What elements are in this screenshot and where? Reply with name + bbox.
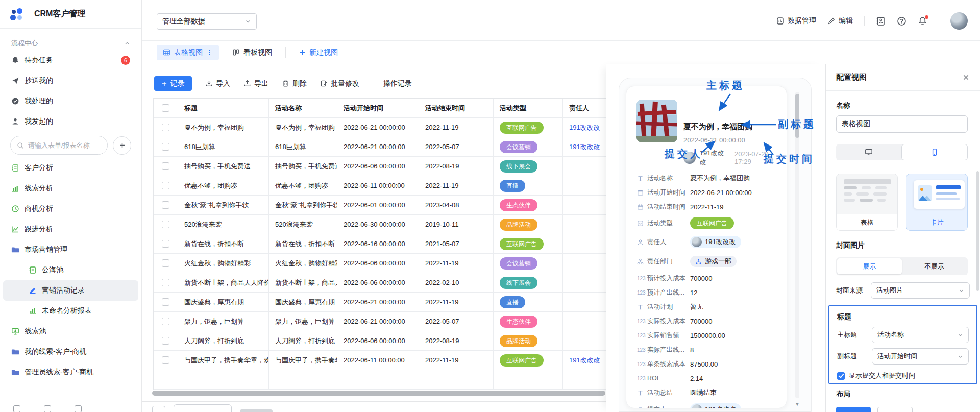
show-submitter-checkbox[interactable] (837, 372, 845, 380)
tab-kanban-view[interactable]: 看板视图 (226, 45, 278, 60)
sidebar-item-admin-leads[interactable]: 管理员线索-客户-商机 (0, 362, 141, 382)
operation-log-button[interactable]: 操作记录 (373, 79, 412, 88)
row-checkbox[interactable] (162, 259, 169, 267)
col-header-end[interactable]: 活动结束时间 (419, 99, 494, 118)
tab-table-view[interactable]: 表格视图 (157, 45, 219, 60)
row-checkbox[interactable] (162, 162, 169, 170)
horizontal-scrollbar[interactable] (152, 391, 605, 396)
table-row[interactable]: 新货不断上架，商品天天降价 新货不断上架，商品天天降价 2022-06-06 0… (154, 273, 606, 293)
send-icon (11, 77, 19, 85)
main-title-select[interactable]: 活动名称 (872, 327, 969, 343)
row-checkbox[interactable] (162, 318, 169, 325)
user-avatar[interactable] (950, 12, 968, 30)
preview-scrollbar-thumb[interactable] (795, 94, 799, 138)
sidebar-item-marketing-folder[interactable]: 市场营销管理 (0, 239, 141, 260)
mobile-toggle[interactable] (901, 144, 968, 160)
owner-link[interactable]: 191改改改 (569, 142, 600, 152)
import-button[interactable]: 导入 (205, 79, 230, 88)
config-scrollbar-thumb[interactable] (976, 171, 979, 291)
image-icon (918, 185, 932, 201)
sidebar-item-lead-analysis[interactable]: 线索分析 (0, 178, 141, 199)
col-header-owner[interactable]: 责任人 (563, 99, 606, 118)
add-form-button[interactable] (113, 136, 131, 155)
footer-icon[interactable] (13, 405, 20, 412)
row-checkbox[interactable] (162, 279, 169, 286)
data-scope-select[interactable]: 管理全部数据 (157, 13, 257, 30)
close-button[interactable] (962, 74, 970, 81)
col-header-start[interactable]: 活动开始时间 (337, 99, 419, 118)
footer-icon[interactable] (44, 405, 51, 412)
display-mode-card[interactable]: 卡片 (906, 174, 968, 231)
config-view-panel: 配置视图 名称 (825, 64, 980, 412)
display-mode-table[interactable]: 表格 (836, 174, 898, 231)
row-checkbox[interactable] (162, 201, 169, 209)
row-checkbox[interactable] (162, 124, 169, 131)
add-record-button[interactable]: 记录 (154, 76, 192, 91)
sidebar-item-initiated[interactable]: 我发起的 (0, 111, 141, 132)
col-header-name[interactable]: 活动名称 (269, 99, 337, 118)
sidebar-item-followup-analysis[interactable]: 跟进分析 (0, 219, 141, 239)
table-row[interactable]: 夏不为例，幸福团购 夏不为例，幸福团购 2022-06-21 00:00:00 … (154, 118, 606, 137)
table-row[interactable]: 国庆盛典，厚惠有期 国庆盛典，厚惠有期 2022-06-21 00:00:00 … (154, 293, 606, 312)
row-checkbox[interactable] (162, 337, 169, 345)
cover-source-select[interactable]: 活动图片 (871, 282, 970, 299)
row-checkbox[interactable] (162, 143, 169, 151)
row-checkbox[interactable] (162, 221, 169, 228)
more-dots-icon[interactable] (206, 49, 213, 56)
footer-icon[interactable] (75, 405, 82, 412)
sidebar-item-customer-analysis[interactable]: 客户分析 (0, 158, 141, 178)
table-row[interactable]: 520浪漫来袭 520浪漫来袭 2022-06-30 00:00:00 2019… (154, 215, 606, 234)
row-checkbox[interactable] (162, 240, 169, 248)
preview-card[interactable]: 夏不为例，幸福团购 2022-06-21 00:00:00 191改改改 202… (626, 86, 787, 408)
col-header-type[interactable]: 活动类型 (494, 99, 563, 118)
page-size-select[interactable] (174, 404, 232, 412)
preview-scrollbar[interactable] (795, 92, 799, 398)
table-row[interactable]: 大刀阔斧，打折到底 大刀阔斧，打折到底 2022-06-06 00:00:00 … (154, 331, 606, 351)
new-view-button[interactable]: 新建视图 (293, 45, 344, 60)
sidebar-search[interactable] (10, 136, 108, 155)
table-row[interactable]: 优惠不够，团购凑 优惠不够，团购凑 2022-06-11 00:00:00 20… (154, 176, 606, 196)
table-row[interactable]: 618巨划算 618巨划算 2022-06-21 00:00:00 2022-0… (154, 137, 606, 157)
row-checkbox[interactable] (162, 298, 169, 306)
sidebar-section-process[interactable]: 流程中心 (0, 37, 141, 50)
contacts-button[interactable] (876, 16, 886, 26)
sub-title-select[interactable]: 活动开始时间 (872, 348, 969, 365)
sidebar-item-my-leads[interactable]: 我的线索-客户-商机 (0, 342, 141, 362)
delete-button[interactable]: 删除 (282, 79, 307, 88)
table-row[interactable]: 聚力，钜惠，巨划算 聚力，钜惠，巨划算 2022-06-21 00:00:00 … (154, 312, 606, 331)
sidebar-item-opportunity-analysis[interactable]: 商机分析 (0, 199, 141, 219)
data-manage-button[interactable]: 数据管理 (776, 16, 816, 26)
layout-option-button[interactable] (877, 407, 913, 412)
table-row[interactable]: 抽号购买，手机免费送 抽号购买，手机免费送 2022-06-06 00:00:0… (154, 157, 606, 176)
sidebar-item-unnamed-report[interactable]: 未命名分析报表 (0, 301, 141, 321)
owner-link[interactable]: 191改改改 (569, 356, 600, 365)
layout-option-button[interactable] (836, 407, 871, 412)
select-all-checkbox[interactable] (162, 104, 169, 112)
sidebar-item-todo[interactable]: 待办任务 6 (0, 50, 141, 70)
desktop-toggle[interactable] (836, 144, 901, 160)
owner-link[interactable]: 191改改改 (569, 123, 600, 132)
show-option[interactable]: 展示 (837, 258, 902, 274)
notifications-button[interactable] (918, 16, 927, 26)
table-row[interactable]: 新货在线，折扣不断 新货在线，折扣不断 2022-06-16 00:00:00 … (154, 234, 606, 254)
scroll-down-icon[interactable]: ▼ (795, 401, 800, 407)
sidebar-item-public-pool[interactable]: 公海池 (0, 260, 141, 280)
table-row[interactable]: 金秋"豪"礼拿到你手软 金秋"豪"礼拿到你手软 2022-06-01 00:00… (154, 196, 606, 215)
export-button[interactable]: 导出 (243, 79, 268, 88)
col-header-title[interactable]: 标题 (178, 99, 269, 118)
table-row[interactable]: 与国庆甲子，携手奏华章，欢 与国庆甲子，携手奏华 2022-06-11 00:0… (154, 351, 606, 370)
pagination-control[interactable] (152, 406, 165, 412)
row-checkbox[interactable] (162, 356, 169, 364)
edit-button[interactable]: 编辑 (827, 16, 853, 26)
table-row[interactable]: 火红金秋，购物好精彩 火红金秋，购物好精彩 2022-06-06 00:00:0… (154, 254, 606, 273)
hide-option[interactable]: 不展示 (902, 258, 967, 274)
sidebar-item-cc[interactable]: 抄送我的 (0, 70, 141, 91)
sidebar-item-marketing-activity-records[interactable]: 营销活动记录 (3, 280, 138, 301)
help-button[interactable] (897, 16, 906, 26)
sidebar-item-lead-pool[interactable]: 线索池 (0, 321, 141, 342)
search-input[interactable] (28, 141, 101, 149)
batch-edit-button[interactable]: 批量修改 (320, 79, 359, 88)
row-checkbox[interactable] (162, 182, 169, 189)
view-name-input[interactable] (836, 115, 968, 133)
sidebar-item-handled[interactable]: 我处理的 (0, 91, 141, 111)
